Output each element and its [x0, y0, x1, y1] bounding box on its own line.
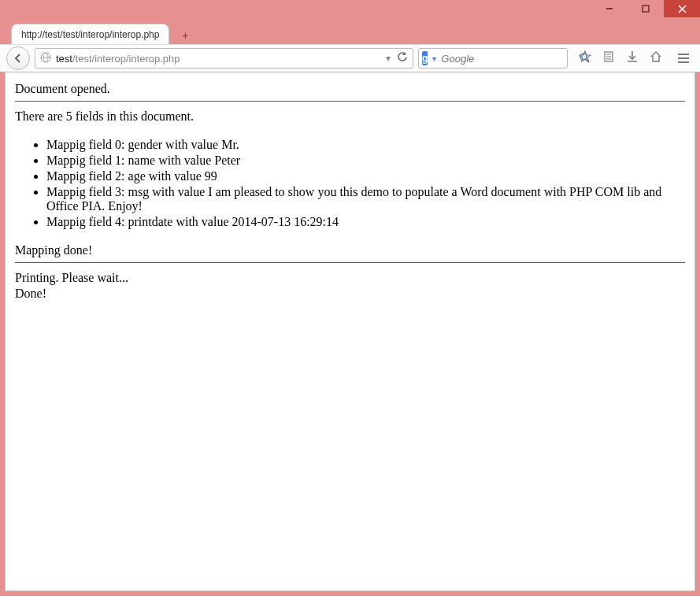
- printing-message: Printing. Please wait...: [15, 271, 685, 285]
- new-tab-button[interactable]: +: [174, 27, 196, 44]
- divider: [15, 262, 685, 263]
- reload-icon: [397, 52, 408, 63]
- search-input[interactable]: [441, 53, 574, 65]
- list-item: Mappig field 0: gender with value Mr.: [46, 138, 685, 152]
- search-engine-icon: g: [422, 51, 428, 65]
- maximize-button[interactable]: [628, 0, 664, 17]
- arrow-left-icon: [13, 53, 24, 64]
- search-engine-dropdown[interactable]: ▾: [432, 54, 436, 63]
- close-icon: [678, 5, 687, 13]
- list-item: Mappig field 1: name with value Peter: [46, 154, 685, 168]
- tab-strip: http://test/test/interop/interop.php +: [0, 20, 700, 44]
- tab-title: http://test/test/interop/interop.php: [21, 29, 159, 40]
- reload-button[interactable]: [397, 52, 408, 65]
- star-icon: [579, 50, 591, 63]
- home-button[interactable]: [650, 50, 662, 66]
- field-count-message: There are 5 fields in this document.: [15, 109, 685, 124]
- menu-button[interactable]: [673, 48, 694, 68]
- downloads-button[interactable]: [626, 50, 639, 66]
- dropdown-icon[interactable]: ▾: [386, 53, 391, 64]
- url-bar[interactable]: test/test/interop/interop.php ▾: [35, 48, 413, 68]
- clipboard-icon: [602, 50, 615, 63]
- done-message: Done!: [15, 287, 685, 301]
- url-host: test: [56, 53, 72, 65]
- list-item: Mappig field 4: printdate with value 201…: [46, 215, 685, 229]
- window-controls: [591, 0, 700, 17]
- globe-icon: [40, 52, 51, 65]
- page-content: Document opened. There are 5 fields in t…: [5, 72, 695, 591]
- mapping-done-message: Mapping done!: [15, 243, 685, 257]
- bookmark-button[interactable]: [579, 50, 591, 66]
- library-button[interactable]: [602, 50, 615, 66]
- back-button[interactable]: [6, 46, 30, 70]
- hamburger-icon: [678, 54, 689, 55]
- list-item: Mappig field 2: age with value 99: [46, 169, 685, 183]
- browser-window: http://test/test/interop/interop.php + t…: [0, 0, 700, 596]
- toolbar-icons: [572, 50, 669, 66]
- download-icon: [626, 50, 639, 63]
- browser-tab[interactable]: http://test/test/interop/interop.php: [11, 24, 169, 44]
- svg-rect-1: [643, 6, 649, 12]
- divider: [15, 101, 685, 102]
- plus-icon: +: [182, 29, 188, 42]
- list-item: Mappig field 3: msg with value I am plea…: [46, 185, 685, 213]
- opened-message: Document opened.: [15, 82, 685, 96]
- maximize-icon: [642, 5, 650, 13]
- minimize-button[interactable]: [591, 0, 628, 17]
- url-text: test/test/interop/interop.php: [56, 53, 381, 65]
- minimize-icon: [606, 5, 613, 13]
- home-icon: [650, 50, 662, 63]
- titlebar: [0, 0, 700, 20]
- close-button[interactable]: [664, 0, 700, 17]
- search-bar[interactable]: g ▾: [418, 48, 568, 68]
- url-controls: ▾: [386, 52, 408, 65]
- nav-toolbar: test/test/interop/interop.php ▾ g ▾: [0, 44, 700, 72]
- field-list: Mappig field 0: gender with value Mr. Ma…: [46, 138, 685, 229]
- url-path: /test/interop/interop.php: [72, 53, 180, 65]
